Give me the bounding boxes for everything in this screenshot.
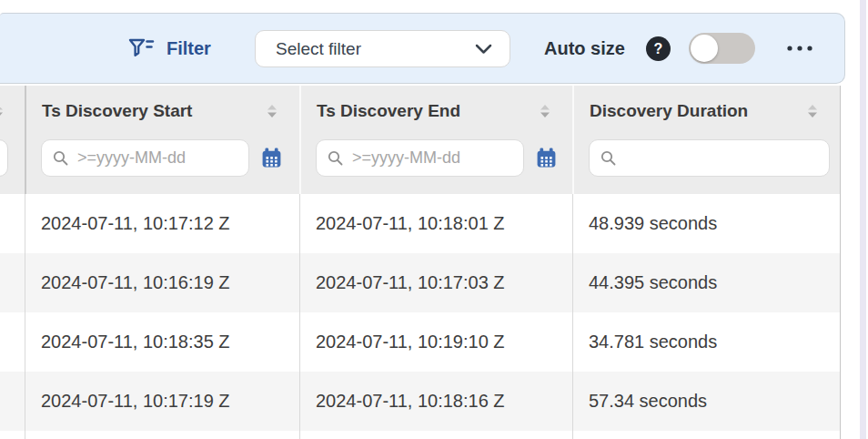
column-title: Ts Discovery End: [317, 101, 460, 121]
column-title: Discovery Duration: [590, 101, 748, 121]
clipped-cell: [0, 312, 25, 372]
column-filter-field[interactable]: [76, 148, 239, 168]
clipped-cell: [0, 194, 25, 253]
cell: 2024-07-11, 10:18:01 Z: [299, 194, 572, 253]
search-icon: [601, 150, 616, 166]
search-icon: [328, 150, 343, 166]
column-header-2[interactable]: Ts Discovery End: [299, 86, 572, 194]
clipped-filter-input: [0, 139, 8, 177]
sort-icon[interactable]: [540, 104, 550, 118]
select-filter-dropdown[interactable]: Select filter: [255, 30, 510, 67]
filter-button-label: Filter: [167, 38, 211, 59]
cell: 2024-07-11, 10:17:19 Z: [25, 372, 299, 431]
clipped-cell: [0, 253, 25, 312]
cell: 2024-07-11, 10:18:35 Z: [25, 312, 299, 372]
column-filter-box[interactable]: [41, 139, 249, 177]
column-filter-box[interactable]: [316, 139, 524, 177]
column-filter-box[interactable]: [589, 139, 830, 177]
table-header: Ts Discovery Start: [0, 86, 840, 194]
sort-icon: [0, 104, 4, 118]
help-symbol: ?: [654, 41, 663, 57]
table-body: 2024-07-11, 10:17:12 Z2024-07-11, 10:18:…: [0, 194, 840, 439]
cell: [299, 431, 572, 439]
data-table: Ts Discovery Start: [0, 86, 841, 439]
sort-icon[interactable]: [267, 104, 278, 118]
column-header-1[interactable]: Ts Discovery Start: [25, 86, 299, 194]
filter-button[interactable]: Filter: [127, 14, 211, 83]
cell: 48.939 seconds: [572, 194, 840, 253]
cell: 2024-07-11, 10:16:19 Z: [25, 253, 299, 312]
table-row[interactable]: 2024-07-11, 10:17:19 Z2024-07-11, 10:18:…: [0, 372, 840, 431]
column-title: Ts Discovery Start: [42, 101, 192, 121]
table-row[interactable]: 2024-07-11, 10:17:12 Z2024-07-11, 10:18:…: [0, 194, 840, 253]
calendar-icon[interactable]: [260, 147, 283, 169]
cell: [572, 431, 840, 439]
select-filter-value: Select filter: [276, 39, 361, 59]
cell: 2024-07-11, 10:19:10 Z: [299, 312, 572, 372]
column-header-3[interactable]: Discovery Duration: [572, 86, 840, 194]
auto-size-toggle[interactable]: [689, 33, 755, 64]
help-icon[interactable]: ?: [646, 36, 671, 61]
cell: 44.395 seconds: [572, 253, 840, 312]
cell: 2024-07-11, 10:17:03 Z: [299, 253, 572, 312]
auto-size-label: Auto size: [544, 14, 625, 83]
column-filter-field[interactable]: [623, 148, 820, 168]
column-filter-field[interactable]: [350, 148, 514, 168]
table-row-clipped[interactable]: [0, 431, 840, 439]
cell: 2024-07-11, 10:18:16 Z: [299, 372, 572, 431]
search-icon: [53, 150, 68, 166]
clipped-column-header: [0, 86, 25, 194]
toggle-knob: [691, 35, 718, 62]
chevron-down-icon: [475, 44, 492, 55]
grid-view: { "toolbar": { "filter_label": "Filter",…: [0, 0, 868, 439]
clipped-cell: [0, 431, 25, 439]
table-row[interactable]: 2024-07-11, 10:18:35 Z2024-07-11, 10:19:…: [0, 312, 840, 372]
cell: 34.781 seconds: [572, 312, 840, 372]
calendar-icon[interactable]: [535, 147, 558, 169]
table-row[interactable]: 2024-07-11, 10:16:19 Z2024-07-11, 10:17:…: [0, 253, 840, 312]
clipped-cell: [0, 372, 25, 431]
ellipsis-icon: [786, 45, 813, 52]
funnel-icon: [127, 36, 155, 60]
cell: 2024-07-11, 10:17:12 Z: [25, 194, 299, 253]
cell: [25, 431, 299, 439]
sort-icon[interactable]: [807, 104, 818, 118]
more-options-button[interactable]: [786, 14, 813, 83]
vertical-scrollbar[interactable]: [860, 0, 866, 439]
filter-toolbar: Filter Select filter Auto size ?: [0, 13, 845, 84]
cell: 57.34 seconds: [572, 372, 840, 431]
